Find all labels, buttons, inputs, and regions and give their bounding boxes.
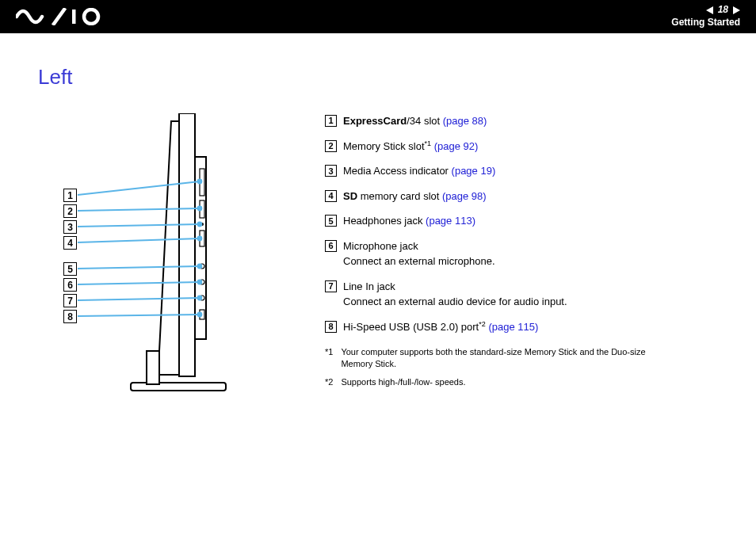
page-link[interactable]: (page 115)	[488, 321, 538, 333]
port-item: 8Hi-Speed USB (USB 2.0) port*2 (page 115…	[325, 319, 658, 335]
item-number-box: 2	[325, 140, 337, 152]
svg-line-26	[78, 298, 200, 300]
port-item: 2Memory Stick slot*1 (page 92)	[325, 139, 658, 154]
port-item: 1ExpressCard/34 slot (page 88)	[325, 113, 658, 129]
item-number-box: 1	[325, 115, 337, 127]
item-body: Microphone jackConnect an external micro…	[343, 238, 495, 269]
svg-line-18	[78, 224, 200, 227]
item-number-box: 3	[325, 165, 337, 177]
svg-line-14	[78, 181, 200, 195]
page-link[interactable]: (page 88)	[443, 115, 487, 127]
svg-point-19	[198, 223, 202, 227]
svg-point-29	[198, 313, 202, 317]
item-body: Headphones jack (page 113)	[343, 213, 475, 229]
section-title: Left	[38, 65, 756, 90]
item-body: Line In jackConnect an external audio de…	[343, 279, 567, 310]
item-number-box: 7	[325, 280, 337, 292]
svg-line-22	[78, 266, 200, 269]
svg-point-15	[198, 180, 202, 184]
svg-point-25	[198, 280, 202, 284]
svg-line-16	[78, 208, 200, 211]
item-body: Media Access indicator (page 19)	[343, 163, 495, 179]
svg-rect-0	[72, 10, 76, 24]
header-right: 18 Getting Started	[671, 4, 740, 29]
page-link[interactable]: (page 98)	[442, 190, 487, 202]
svg-point-23	[198, 265, 202, 269]
page-link[interactable]: (page 113)	[426, 215, 475, 227]
svg-line-28	[78, 315, 200, 316]
next-page-arrow-icon[interactable]	[733, 6, 740, 14]
page-link[interactable]: (page 19)	[452, 165, 496, 177]
svg-point-17	[198, 207, 202, 211]
svg-point-21	[198, 237, 202, 241]
port-item: 7Line In jackConnect an external audio d…	[325, 279, 658, 310]
item-body: Memory Stick slot*1 (page 92)	[343, 139, 478, 154]
breadcrumb: Getting Started	[671, 17, 740, 29]
item-number-box: 4	[325, 190, 337, 202]
item-body: Hi-Speed USB (USB 2.0) port*2 (page 115)	[343, 319, 538, 335]
left-side-diagram: 1 2 3 4 5 6 7 8	[63, 113, 269, 399]
item-body: SD memory card slot (page 98)	[343, 189, 487, 204]
port-list: 1ExpressCard/34 slot (page 88)2Memory St…	[325, 113, 658, 399]
port-item: 6Microphone jackConnect an external micr…	[325, 238, 658, 269]
item-number-box: 5	[325, 215, 337, 227]
svg-line-24	[78, 282, 200, 284]
item-number-box: 6	[325, 240, 337, 252]
port-item: 3Media Access indicator (page 19)	[325, 163, 658, 179]
port-item: 4SD memory card slot (page 98)	[325, 189, 658, 204]
svg-point-27	[198, 296, 202, 300]
page-link[interactable]: (page 92)	[434, 140, 479, 152]
footnote: *2Supports high-/full-/low- speeds.	[325, 376, 658, 388]
prev-page-arrow-icon[interactable]	[706, 6, 713, 14]
header-bar: 18 Getting Started	[0, 0, 756, 33]
footnote: *1Your computer supports both the standa…	[325, 346, 658, 371]
item-body: ExpressCard/34 slot (page 88)	[343, 113, 487, 129]
port-item: 5Headphones jack (page 113)	[325, 213, 658, 229]
svg-line-20	[78, 238, 200, 242]
vaio-logo	[16, 8, 103, 25]
svg-point-1	[84, 10, 98, 24]
item-number-box: 8	[325, 321, 337, 333]
page-number: 18	[718, 4, 728, 17]
